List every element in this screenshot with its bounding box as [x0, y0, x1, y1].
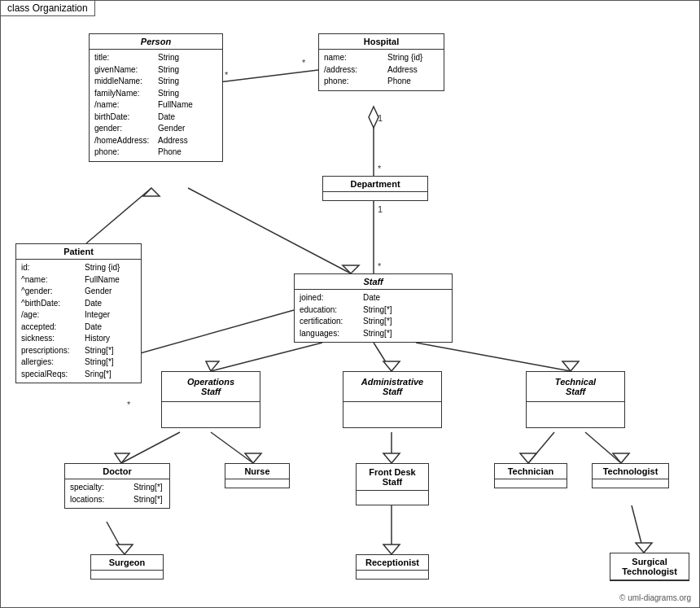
- svg-marker-34: [116, 545, 133, 554]
- operations-staff-class: OperationsStaff: [161, 371, 260, 428]
- svg-text:*: *: [127, 400, 131, 409]
- person-attrs: title:String givenName:String middleName…: [90, 50, 222, 161]
- svg-line-0: [219, 70, 318, 82]
- technologist-class: Technologist: [592, 463, 669, 488]
- svg-marker-13: [343, 265, 359, 273]
- staff-class: Staff joined:Date education:String[*] ce…: [294, 273, 453, 343]
- department-attrs: [323, 192, 427, 200]
- technical-staff-class: TechnicalStaff: [526, 371, 625, 428]
- svg-line-31: [585, 432, 621, 463]
- nurse-class-name: Nurse: [225, 464, 289, 479]
- administrative-staff-name: AdministrativeStaff: [343, 372, 441, 402]
- technician-class-name: Technician: [495, 464, 567, 479]
- svg-marker-26: [245, 453, 261, 463]
- svg-marker-20: [383, 361, 400, 371]
- svg-text:1: 1: [378, 204, 383, 214]
- operations-staff-name: OperationsStaff: [162, 372, 260, 402]
- svg-text:*: *: [302, 58, 306, 68]
- svg-marker-24: [115, 453, 129, 463]
- patient-attrs: id:String {id} ^name:FullName ^gender:Ge…: [16, 260, 141, 383]
- svg-line-23: [121, 432, 180, 463]
- svg-text:*: *: [225, 70, 229, 80]
- surgeon-class-name: Surgeon: [91, 555, 163, 571]
- hospital-attrs: name:String {id} /address:Address phone:…: [319, 50, 444, 90]
- hospital-class: Hospital name:String {id} /address:Addre…: [318, 33, 444, 91]
- svg-line-17: [211, 343, 322, 371]
- svg-text:1: 1: [378, 113, 383, 123]
- svg-line-37: [632, 505, 644, 553]
- surgeon-class: Surgeon: [90, 554, 164, 580]
- hospital-class-name: Hospital: [319, 34, 444, 50]
- svg-marker-32: [613, 453, 629, 463]
- doctor-attrs: specialty:String[*] locations:String[*]: [65, 479, 169, 508]
- doctor-class: Doctor specialty:String[*] locations:Str…: [64, 463, 170, 509]
- svg-line-21: [416, 343, 571, 371]
- svg-marker-38: [636, 543, 652, 553]
- staff-class-name: Staff: [295, 274, 452, 290]
- staff-attrs: joined:Date education:String[*] certific…: [295, 290, 452, 342]
- surgical-technologist-class: SurgicalTechnologist: [610, 553, 689, 581]
- svg-marker-22: [562, 361, 579, 371]
- svg-text:*: *: [378, 261, 382, 271]
- copyright-text: © uml-diagrams.org: [619, 593, 691, 602]
- person-class: Person title:String givenName:String mid…: [89, 33, 223, 162]
- svg-marker-4: [369, 107, 378, 128]
- front-desk-staff-class: Front DeskStaff: [356, 463, 429, 505]
- svg-marker-18: [206, 361, 219, 371]
- nurse-class: Nurse: [225, 463, 290, 488]
- technical-staff-name: TechnicalStaff: [527, 372, 624, 402]
- svg-line-29: [528, 432, 554, 463]
- person-class-name: Person: [90, 34, 222, 50]
- svg-marker-11: [143, 188, 160, 196]
- technologist-class-name: Technologist: [593, 464, 668, 479]
- receptionist-class-name: Receptionist: [357, 555, 428, 571]
- department-class-name: Department: [323, 177, 427, 192]
- surgical-technologist-name: SurgicalTechnologist: [610, 553, 689, 580]
- patient-class: Patient id:String {id} ^name:FullName ^g…: [15, 243, 142, 383]
- svg-text:*: *: [378, 164, 382, 173]
- diagram-title: class Organization: [1, 1, 95, 16]
- department-class: Department: [322, 176, 428, 201]
- doctor-class-name: Doctor: [65, 464, 169, 479]
- front-desk-staff-name: Front DeskStaff: [357, 464, 428, 491]
- svg-line-33: [107, 522, 125, 554]
- technician-class: Technician: [494, 463, 567, 488]
- diagram-container: class Organization * * 1 * 1 * * *: [0, 0, 700, 608]
- svg-line-25: [211, 432, 253, 463]
- patient-class-name: Patient: [16, 244, 141, 260]
- svg-marker-36: [383, 545, 400, 554]
- administrative-staff-class: AdministrativeStaff: [343, 371, 442, 428]
- svg-line-19: [374, 343, 392, 371]
- svg-marker-30: [520, 453, 536, 463]
- svg-line-10: [86, 188, 151, 243]
- svg-marker-28: [383, 453, 400, 463]
- receptionist-class: Receptionist: [356, 554, 429, 580]
